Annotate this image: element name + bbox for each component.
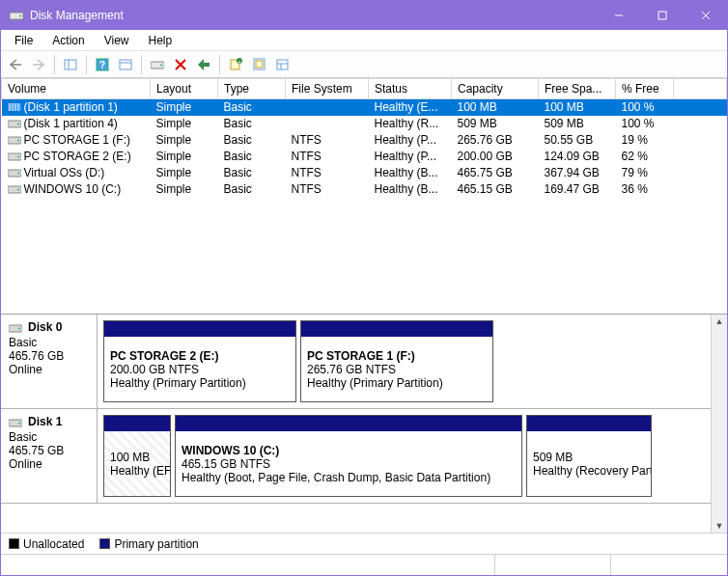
menu-help[interactable]: Help [139,31,182,50]
svg-point-30 [17,123,19,125]
window-controls [597,1,727,30]
volume-type: Basic [218,165,286,181]
help-button[interactable]: ? [92,54,113,75]
col-type[interactable]: Type [218,79,286,99]
disk-label[interactable]: Disk 0Basic465.76 GBOnline [1,315,98,408]
partition[interactable]: 100 MBHealthy (EFI System [103,415,171,497]
volume-status: Healthy (B... [369,165,452,181]
disk-name-text: Disk 1 [28,415,62,428]
partition-body: 509 MBHealthy (Recovery Partition) [527,431,651,496]
partition-color-bar [176,416,521,431]
partition-color-bar [104,416,170,431]
refresh-button[interactable] [147,54,168,75]
partition-size: 200.00 GB NTFS [110,363,290,376]
disk-partitions: 100 MBHealthy (EFI SystemWINDOWS 10 (C:)… [98,409,711,503]
delete-button[interactable] [170,54,191,75]
partition[interactable]: 509 MBHealthy (Recovery Partition) [526,415,652,497]
volume-fs: NTFS [286,165,369,181]
col-pctfree[interactable]: % Free [616,79,674,99]
scroll-up-icon[interactable]: ▲ [715,316,724,326]
volume-free: 509 MB [539,116,616,132]
volume-row[interactable]: WINDOWS 10 (C:)SimpleBasicNTFSHealthy (B… [2,181,727,198]
action-button-3[interactable] [271,54,293,75]
volume-layout: Simple [151,165,218,181]
properties-button[interactable] [193,54,214,75]
volume-row[interactable]: PC STORAGE 2 (E:)SimpleBasicNTFSHealthy … [2,149,727,165]
partition-title: PC STORAGE 2 (E:) [110,349,290,363]
partition-size: 465.15 GB NTFS [182,457,516,471]
legend-primary: Primary partition [99,537,198,551]
close-button[interactable] [684,1,727,30]
col-empty[interactable] [674,79,727,99]
settings-button[interactable] [115,54,136,75]
menu-action[interactable]: Action [42,31,94,50]
volume-free: 50.55 GB [539,132,616,149]
volume-type: Basic [218,116,286,132]
volume-layout: Simple [151,99,218,116]
status-bar [1,554,727,575]
volume-layout: Simple [151,149,218,165]
col-freespace[interactable]: Free Spa... [539,79,616,99]
partition-color-bar [301,321,492,337]
volume-type: Basic [218,99,286,116]
svg-rect-10 [120,60,131,69]
partition-status: Healthy (Primary Partition) [307,376,487,390]
partition-size: 509 MB [533,451,645,464]
disk-label[interactable]: Disk 1Basic465.75 GBOnline [1,409,98,503]
disk-size: 465.76 GB [9,349,89,363]
disk-name-text: Disk 0 [28,320,62,334]
col-capacity[interactable]: Capacity [452,79,539,99]
col-volume[interactable]: Volume [2,79,151,99]
svg-rect-3 [658,12,666,19]
col-filesystem[interactable]: File System [286,79,369,99]
svg-rect-6 [65,60,76,69]
menu-view[interactable]: View [95,31,139,50]
col-status[interactable]: Status [369,79,452,99]
volume-pct: 79 % [616,165,674,181]
action-button-1[interactable]: + [225,54,246,75]
partition[interactable]: PC STORAGE 2 (E:)200.00 GB NTFSHealthy (… [103,320,296,402]
disk-state: Online [9,363,89,376]
partition[interactable]: PC STORAGE 1 (F:)265.76 GB NTFSHealthy (… [300,320,493,402]
disk-list: Disk 0Basic465.76 GBOnlinePC STORAGE 2 (… [1,315,711,533]
window-title: Disk Management [30,9,597,22]
swatch-primary-icon [99,538,110,549]
volume-capacity: 465.15 GB [452,181,539,198]
maximize-button[interactable] [640,1,684,30]
volume-row[interactable]: PC STORAGE 1 (F:)SimpleBasicNTFSHealthy … [2,132,727,149]
volume-fs [286,116,369,132]
volume-name: PC STORAGE 1 (F:) [24,133,130,147]
back-button[interactable] [5,54,26,75]
volume-layout: Simple [151,116,218,132]
volume-status: Healthy (P... [369,149,452,165]
menu-file[interactable]: File [5,31,42,50]
action-button-2[interactable] [248,54,269,75]
volume-row[interactable]: Virtual OSs (D:)SimpleBasicNTFSHealthy (… [2,165,727,181]
col-layout[interactable]: Layout [151,79,218,99]
volume-free: 169.47 GB [539,181,616,198]
volume-row[interactable]: (Disk 1 partition 4)SimpleBasicHealthy (… [2,116,727,132]
toolbar-separator [54,55,55,74]
volume-layout: Simple [151,181,218,198]
status-cell [495,555,611,575]
partition-status: Healthy (Primary Partition) [110,376,290,390]
vertical-scrollbar[interactable]: ▲ ▼ [711,315,727,533]
minimize-button[interactable] [597,1,640,30]
forward-button[interactable] [28,54,49,75]
volume-pct: 100 % [616,99,674,116]
volume-row[interactable]: (Disk 1 partition 1)SimpleBasicHealthy (… [2,99,727,116]
legend-bar: Unallocated Primary partition [1,533,727,554]
scroll-down-icon[interactable]: ▼ [715,521,724,531]
show-hide-console-tree-button[interactable] [60,54,81,75]
partition-size: 100 MB [110,451,164,464]
volume-free: 100 MB [539,99,616,116]
partition-color-bar [527,416,651,431]
svg-text:+: + [238,59,241,65]
volume-capacity: 509 MB [452,116,539,132]
disk-icon [9,417,24,428]
drive-icon [8,151,21,161]
partition[interactable]: WINDOWS 10 (C:)465.15 GB NTFSHealthy (Bo… [175,415,522,497]
partition-body: WINDOWS 10 (C:)465.15 GB NTFSHealthy (Bo… [176,431,521,496]
disk-partitions: PC STORAGE 2 (E:)200.00 GB NTFSHealthy (… [98,315,711,408]
toolbar-separator [141,55,142,74]
